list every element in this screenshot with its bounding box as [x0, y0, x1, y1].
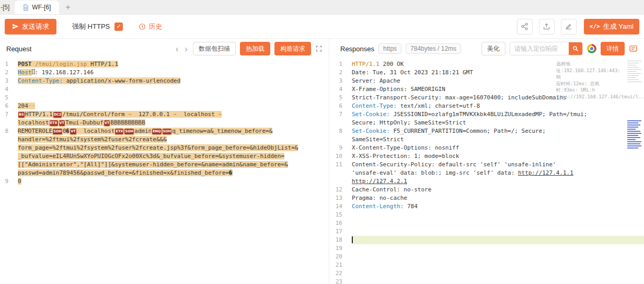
code-line[interactable]: 4X-Frame-Options: SAMEORIGIN [334, 85, 644, 94]
code-line[interactable]: 19 [334, 244, 644, 253]
code-segment: handler=%2ftmui%2fsystem%2fuser%2fcreate… [18, 136, 167, 143]
code-line[interactable]: 8REMOTEROLESOH0�VT· localhostETXSOHadmin… [0, 127, 329, 135]
code-line[interactable]: 8Set-Cookie: F5_CURRENT_PARTITION=Common… [334, 127, 644, 135]
code-line[interactable]: 4 [0, 85, 329, 94]
code-line[interactable]: 2Host: 192.168.127.146 [0, 69, 329, 77]
tab-previous[interactable]: -[5] [0, 1, 15, 14]
code-line[interactable]: 3Server: Apache [334, 77, 644, 85]
code-line[interactable]: 5 [0, 94, 329, 102]
code-line[interactable]: 9X-Content-Type-Options: nosniff [334, 144, 644, 152]
code-text: Content-Type: text/xml; charset=utf-8 [352, 102, 644, 110]
response-search [510, 42, 583, 55]
code-line[interactable]: 'unsafe-eval' data: blob:; img-src 'self… [334, 169, 644, 177]
line-number: 22 [334, 269, 352, 278]
open-in-browser-icon[interactable] [587, 44, 596, 53]
code-line[interactable]: passwd=admin789456&passwd_before=&finish… [0, 169, 329, 177]
code-text [352, 236, 644, 244]
search-input[interactable] [510, 42, 569, 55]
code-line[interactable]: 22 [334, 269, 644, 278]
code-line[interactable]: form_page=%2ftmui%2fsystem%2fuser%2fcrea… [0, 144, 329, 152]
code-segment: BBBBBBBBBB [110, 119, 145, 126]
code-line[interactable]: 20 [334, 253, 644, 261]
line-number: 19 [334, 244, 352, 253]
construct-request-button[interactable]: 构造请求 [274, 42, 311, 55]
code-line[interactable]: 2Date: Tue, 31 Oct 2023 21:18:21 GMT [334, 69, 644, 77]
code-line[interactable]: Secure; HttpOnly; SameSite=Strict [334, 119, 644, 127]
line-number [334, 119, 352, 127]
response-editor[interactable]: 1HTTP/1.1 200 OK2Date: Tue, 31 Oct 2023 … [334, 59, 644, 284]
code-line[interactable]: 1POST /tmui/login.jsp HTTP/1.1 [0, 60, 329, 69]
code-line[interactable]: localhostETXVTTmui-DubbufVTBBBBBBBBBB [0, 119, 329, 127]
code-line[interactable]: [["Administrator","[All]"]]&systemuser-h… [0, 161, 329, 169]
tab-active[interactable]: WF-[6] [15, 1, 59, 14]
code-line[interactable]: SameSite=Strict [334, 135, 644, 144]
code-line[interactable]: 3Content-Type: application/x-www-form-ur… [0, 77, 329, 85]
code-segment: · [77, 128, 84, 134]
edit-button[interactable] [561, 19, 577, 35]
minimap[interactable] [626, 59, 644, 284]
code-segment: 'unsafe-eval' data: blob:; img-src 'self… [352, 169, 518, 176]
code-text: Cache-Control: no-store [352, 186, 644, 194]
line-number: 23 [334, 278, 352, 284]
line-number: 10 [334, 152, 352, 161]
line-number: 5 [334, 94, 352, 102]
code-text: Server: Apache [352, 77, 644, 85]
code-segment: SameSite=Strict [352, 136, 404, 143]
request-editor[interactable]: 1POST /tmui/login.jsp HTTP/1.12Host: 192… [0, 59, 329, 284]
code-segment: Date: Tue, 31 Oct 2023 21:18:21 GMT [352, 69, 473, 76]
add-tab-button[interactable]: + [59, 1, 76, 14]
code-line[interactable]: 90 [0, 177, 329, 186]
code-line[interactable]: 7Set-Cookie: JSESSIONID=ozlafg1mTMVKXkbk… [334, 110, 644, 119]
send-icon [12, 23, 19, 30]
code-line[interactable]: 18 [334, 236, 644, 244]
code-line[interactable]: 5Strict-Transport-Security: max-age=1607… [334, 94, 644, 102]
code-line[interactable]: handler=%2ftmui%2fsystem%2fuser%2fcreate… [0, 135, 329, 144]
line-number: 6 [334, 102, 352, 110]
code-segment: form_page=%2ftmui%2fsystem%2fuser%2fcrea… [18, 144, 298, 151]
line-number: 1 [334, 60, 352, 69]
code-line[interactable]: 6Content-Type: text/xml; charset=utf-8 [334, 102, 644, 110]
share-button[interactable] [517, 19, 533, 35]
code-line[interactable]: 21 [334, 261, 644, 269]
code-line[interactable]: 17 [334, 228, 644, 236]
chevron-right-icon[interactable]: › [183, 44, 189, 53]
code-line[interactable]: 12Cache-Control: no-store [334, 186, 644, 194]
code-line[interactable]: 23 [334, 278, 644, 284]
line-number: 2 [0, 69, 18, 77]
search-button[interactable] [569, 42, 582, 55]
export-button[interactable] [539, 19, 555, 35]
code-line[interactable]: http://127.4.2.1 [334, 177, 644, 186]
hot-reload-button[interactable]: 热加载 [240, 42, 270, 55]
code-text: REMOTEROLESOH0�VT· localhostETXSOHadminE… [18, 127, 329, 135]
code-segment: F5_CURRENT_PARTITION=Common; Path=/; Sec… [390, 128, 546, 134]
send-request-button[interactable]: 发送请求 [5, 19, 56, 35]
code-line[interactable]: 11Content-Security-Policy: default-src '… [334, 161, 644, 169]
packet-scan-button[interactable]: 数据包扫描 [193, 42, 236, 55]
fullscreen-icon[interactable] [315, 45, 323, 52]
code-line[interactable]: 10X-XSS-Protection: 1; mode=block [334, 152, 644, 161]
beautify-button[interactable]: 美化 [481, 42, 505, 55]
code-line[interactable]: _bufvalue=eIL4RUnSwXYoPUIOGcOFx2o00Xc%3d… [0, 152, 329, 161]
chevron-left-icon[interactable]: ‹ [175, 44, 180, 53]
generate-yaml-button[interactable]: </> 生成 Yaml [584, 19, 639, 35]
code-line[interactable]: 1HTTP/1.1 200 OK [334, 60, 644, 69]
force-https-checkbox[interactable]: ✓ [114, 22, 123, 31]
details-button[interactable]: 详情 [601, 42, 625, 55]
response-header-actions: 美化 详情 [481, 42, 638, 55]
code-segment: http://127.4.2.1 [352, 178, 407, 185]
response-view-icon[interactable] [629, 44, 638, 53]
code-line[interactable]: 15 [334, 211, 644, 219]
panel-divider[interactable] [329, 39, 334, 284]
request-panel-header: Request ‹ › 数据包扫描 热加载 构造请求 [0, 39, 329, 59]
history-label: 历史 [148, 22, 162, 31]
code-text [352, 211, 644, 219]
code-line[interactable]: 13Pragma: no-cache [334, 194, 644, 202]
code-line[interactable]: 14Content-Length: 784 [334, 202, 644, 211]
code-line[interactable]: 7BSHTTP/1.1DC2/tmui/Control/form → 127.0… [0, 110, 329, 119]
code-segment: ·· [28, 103, 35, 109]
code-line[interactable]: 6204·· [0, 102, 329, 110]
history-button[interactable]: 历史 [139, 22, 162, 31]
code-text: X-Content-Type-Options: nosniff [352, 144, 644, 152]
code-line[interactable]: 16 [334, 219, 644, 228]
line-number: 3 [0, 77, 18, 85]
